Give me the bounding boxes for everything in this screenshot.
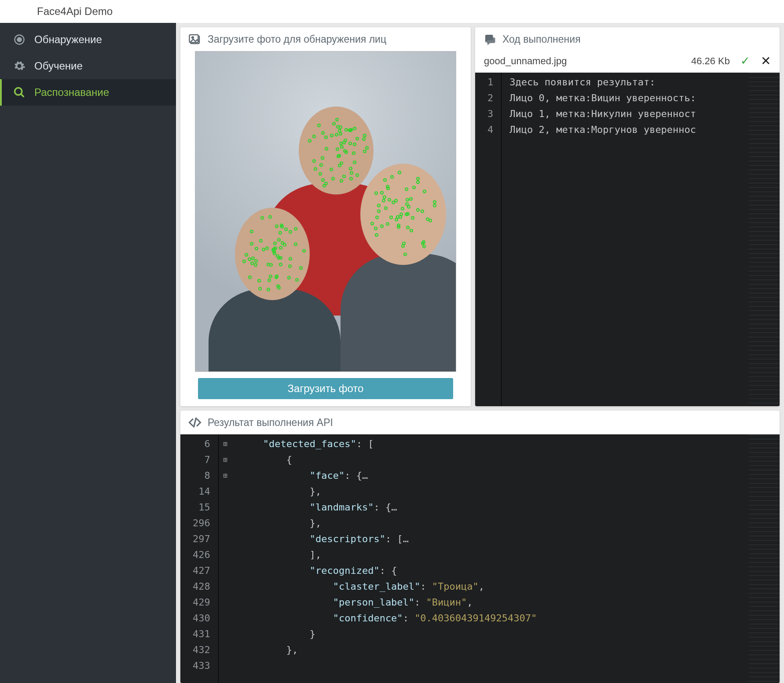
sidebar-item-training[interactable]: Обучение (0, 53, 176, 79)
code-line: "detected_faces": [ (240, 436, 749, 452)
line-number: 7 (193, 452, 210, 468)
landmark-dot (321, 178, 325, 182)
landmark-dot (340, 145, 344, 149)
code-line: "claster_label": "Троица", (240, 579, 749, 595)
app-title: Face4Api Demo (37, 5, 113, 18)
log-line: Лицо 2, метка:Моргунов увереннос (509, 122, 749, 138)
line-number: 14 (193, 484, 210, 499)
landmark-dot (363, 134, 366, 137)
landmark-dot (374, 191, 378, 195)
code-line: }, (240, 515, 749, 531)
landmark-dot (242, 260, 246, 263)
landmark-dot (433, 200, 436, 204)
code-icon (188, 416, 201, 429)
log-panel-header: Ход выполнения (475, 27, 780, 51)
remove-file-button[interactable]: ✕ (761, 54, 771, 68)
svg-line-3 (21, 94, 24, 97)
landmark-dot (250, 261, 254, 265)
line-number: 431 (193, 626, 210, 642)
minimap[interactable] (749, 434, 780, 683)
landmark-dot (342, 175, 346, 178)
landmark-dot (353, 161, 356, 164)
landmark-dot (350, 171, 353, 175)
code-line: "recognized": { (240, 563, 749, 579)
line-number: 297 (193, 531, 210, 547)
landmark-dot (317, 124, 321, 127)
landmark-dot (284, 228, 288, 231)
log-editor[interactable]: 1234 Здесь появится результат:Лицо 0, ме… (475, 73, 780, 406)
landmark-dot (294, 242, 297, 246)
sidebar-item-label: Обучение (34, 60, 83, 72)
landmark-dot (352, 151, 355, 155)
sidebar-item-label: Обнаружение (34, 33, 102, 46)
upload-button[interactable]: Загрузить фото (198, 378, 453, 399)
line-number: 296 (193, 515, 210, 531)
landmark-dot (348, 142, 352, 145)
line-number: 432 (193, 642, 210, 658)
code-line: ], (240, 547, 749, 563)
minimap[interactable] (749, 73, 780, 406)
landmark-dot (337, 154, 340, 158)
sidebar-item-detection[interactable]: Обнаружение (0, 26, 176, 53)
landmark-dot (294, 227, 297, 231)
landmark-dot (254, 263, 257, 267)
preview-photo (195, 51, 456, 372)
landmark-dot (257, 279, 261, 283)
result-editor[interactable]: 6781415296297426427428429430431432433 ⊞⊞… (180, 434, 780, 683)
fold-toggle[interactable]: ⊞ (219, 436, 232, 452)
landmark-dot (397, 225, 400, 229)
landmark-dot (423, 190, 426, 193)
landmark-dot (370, 222, 374, 225)
code-line: "person_label": "Вицин", (240, 595, 749, 610)
result-panel-header: Результат выполнения API (180, 411, 780, 434)
line-number: 8 (193, 468, 210, 484)
landmark-dot (250, 230, 253, 233)
landmark-dot (406, 226, 410, 229)
line-number: 433 (193, 658, 210, 674)
landmark-dot (273, 252, 276, 255)
sidebar: Обнаружение Обучение Распознавание (0, 23, 176, 683)
landmark-dot (279, 246, 282, 250)
landmark-dot (312, 135, 316, 138)
line-number: 429 (193, 595, 210, 610)
result-panel: Результат выполнения API 678141529629742… (180, 411, 780, 683)
file-size: 46.26 Kb (691, 55, 730, 67)
fold-toggle[interactable]: ⊞ (219, 468, 232, 484)
code-line: }, (240, 484, 749, 499)
landmark-dot (275, 224, 278, 228)
landmark-dot (384, 206, 388, 210)
search-icon (12, 85, 26, 99)
upload-panel-title: Загрузите фото для обнаружения лиц (208, 33, 386, 45)
code-line: "landmarks": {… (240, 499, 749, 515)
landmark-dot (331, 177, 335, 180)
landmark-dot (401, 244, 405, 248)
fold-toggle[interactable]: ⊞ (219, 452, 232, 468)
gears-icon (12, 59, 26, 73)
sidebar-item-recognition[interactable]: Распознавание (0, 79, 176, 106)
landmark-dot (433, 204, 436, 207)
image-icon (188, 33, 201, 46)
code-line: { (240, 452, 749, 468)
line-number: 6 (193, 436, 210, 452)
file-name: good_unnamed.jpg (484, 55, 681, 67)
line-number: 1 (487, 74, 493, 90)
landmark-dot (325, 147, 328, 151)
landmark-dot (340, 179, 343, 183)
landmark-dot (312, 159, 316, 163)
landmark-dot (314, 167, 317, 171)
landmark-dot (349, 167, 352, 170)
topbar: Face4Api Demo (0, 0, 784, 23)
code-line: "confidence": "0.40360439149254307" (240, 610, 749, 626)
landmark-dot (421, 209, 424, 213)
landmark-dot (330, 134, 333, 137)
upload-panel-header: Загрузите фото для обнаружения лиц (180, 27, 471, 51)
landmark-dot (339, 132, 342, 136)
landmark-dot (279, 263, 282, 266)
landmark-dot (274, 246, 277, 250)
landmark-dot (258, 287, 262, 290)
landmark-dot (251, 257, 255, 260)
code-line: "descriptors": [… (240, 531, 749, 547)
target-icon (12, 33, 26, 47)
result-panel-title: Результат выполнения API (208, 417, 333, 429)
upload-panel: Загрузите фото для обнаружения лиц Загру… (180, 27, 471, 406)
